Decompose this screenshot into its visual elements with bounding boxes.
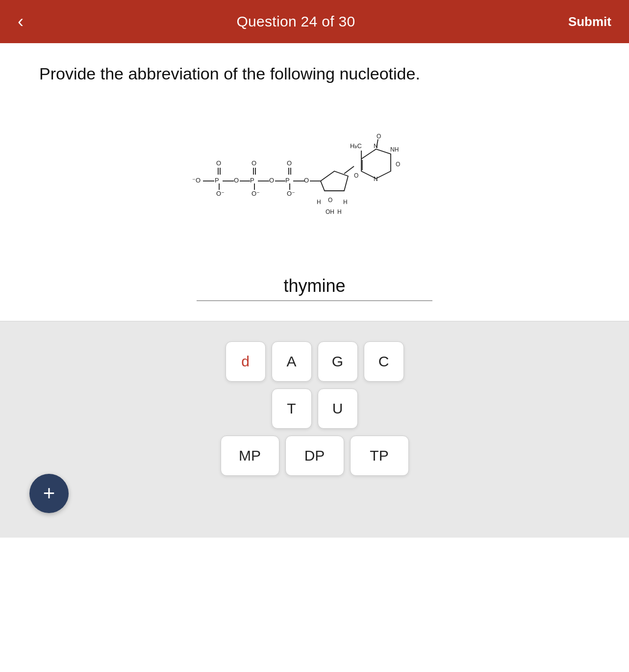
keyboard-row-1: d A G C <box>226 341 404 382</box>
svg-marker-29 <box>321 171 348 191</box>
submit-button[interactable]: Submit <box>568 14 611 29</box>
svg-text:P: P <box>250 177 254 184</box>
keyboard-row-3: MP DP TP <box>221 436 409 476</box>
answer-input-area <box>39 262 590 301</box>
keyboard-row-2: T U <box>272 388 358 429</box>
keyboard-area: d A G C T U MP DP TP + <box>0 322 629 538</box>
key-G[interactable]: G <box>318 341 358 382</box>
question-text: Provide the abbreviation of the followin… <box>39 63 590 85</box>
key-U[interactable]: U <box>318 388 358 429</box>
svg-text:O⁻: O⁻ <box>287 190 295 197</box>
nucleotide-structure: ⁻O P O O⁻ O P O O⁻ O <box>187 110 442 247</box>
svg-text:P: P <box>285 177 290 184</box>
svg-text:P: P <box>215 177 219 184</box>
answer-text-input[interactable] <box>197 272 432 301</box>
svg-text:O: O <box>216 159 221 167</box>
svg-text:O: O <box>328 197 332 204</box>
key-MP[interactable]: MP <box>221 436 279 476</box>
back-button[interactable]: ‹ <box>18 13 24 30</box>
key-T[interactable]: T <box>272 388 312 429</box>
key-A[interactable]: A <box>272 341 312 382</box>
svg-text:O: O <box>377 133 381 140</box>
svg-text:H: H <box>337 208 342 215</box>
svg-text:H₃C: H₃C <box>350 142 362 150</box>
key-DP[interactable]: DP <box>285 436 344 476</box>
question-counter: Question 24 of 30 <box>236 13 355 30</box>
key-TP[interactable]: TP <box>350 436 409 476</box>
svg-text:NH: NH <box>390 146 399 153</box>
svg-text:O⁻: O⁻ <box>252 190 260 197</box>
svg-text:O: O <box>354 172 358 179</box>
svg-text:O: O <box>269 177 274 184</box>
svg-text:N: N <box>374 176 378 182</box>
svg-text:H: H <box>343 199 348 206</box>
svg-text:O: O <box>304 177 309 184</box>
key-d[interactable]: d <box>226 341 266 382</box>
svg-text:O⁻: O⁻ <box>216 190 225 197</box>
main-content: Provide the abbreviation of the followin… <box>0 43 629 301</box>
app-header: ‹ Question 24 of 30 Submit <box>0 0 629 43</box>
key-C[interactable]: C <box>364 341 404 382</box>
svg-text:⁻O: ⁻O <box>192 177 201 184</box>
svg-text:O: O <box>287 159 292 167</box>
plus-button[interactable]: + <box>29 474 69 513</box>
svg-marker-37 <box>361 149 391 179</box>
svg-text:OH: OH <box>326 208 334 215</box>
molecule-diagram: ⁻O P O O⁻ O P O O⁻ O <box>39 100 590 262</box>
svg-text:H: H <box>317 199 321 206</box>
svg-text:O: O <box>234 177 239 184</box>
svg-text:O: O <box>252 159 256 167</box>
svg-text:O: O <box>396 161 400 168</box>
svg-line-35 <box>344 166 354 174</box>
